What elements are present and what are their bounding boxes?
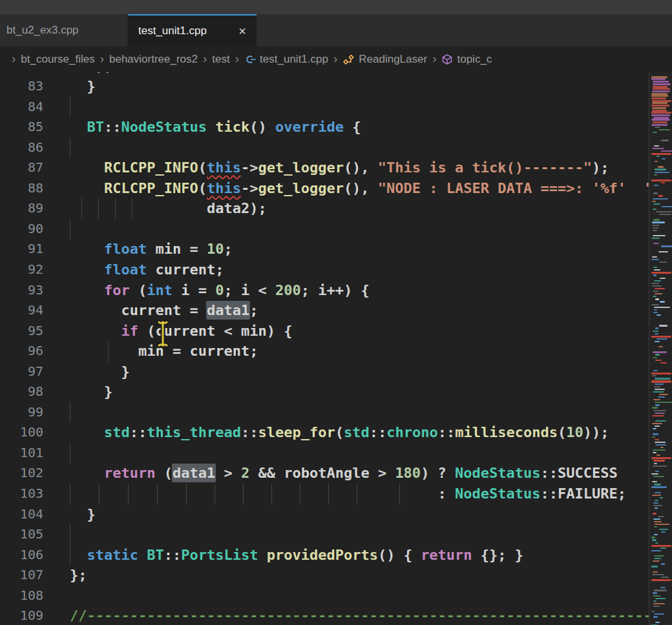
code-token (207, 119, 215, 135)
minimap-row (654, 174, 657, 176)
code-token: milliseconds (455, 424, 558, 440)
code-line[interactable]: 83 } (0, 76, 649, 97)
breadcrumb-item-behaviortree-ros2[interactable]: behaviortree_ros2 (109, 53, 198, 66)
minimap-row (654, 386, 660, 387)
minimap-row (653, 235, 666, 236)
code-token (70, 72, 87, 74)
minimap-row (651, 259, 659, 260)
line-number: 101 (0, 443, 43, 464)
minimap-row (653, 452, 656, 453)
code-line[interactable]: 84 (0, 97, 649, 118)
breadcrumb-item-readinglaser[interactable]: ReadingLaser (342, 53, 427, 66)
minimap-row (651, 105, 669, 107)
code-token: int (147, 282, 173, 298)
tab-label: test_unit1.cpp (138, 25, 207, 37)
code-token: )); (583, 424, 609, 440)
code-line[interactable]: 89 data2); (0, 198, 649, 219)
code-line[interactable]: 92 float current; (0, 260, 649, 280)
minimap-row (651, 153, 671, 155)
minimap-row (651, 545, 671, 547)
minimap-row (654, 145, 659, 147)
minimap-row (653, 476, 664, 477)
code-token (70, 282, 104, 298)
code-line[interactable]: 106 static BT::PortsList providedPorts()… (0, 545, 649, 566)
line-number: 86 (0, 138, 43, 158)
minimap-row (651, 76, 667, 78)
code-line[interactable]: 107}; (0, 565, 649, 586)
line-number: 104 (0, 504, 43, 525)
code-line-text: static BT::PortsList providedPorts() { r… (70, 545, 523, 566)
close-icon[interactable]: × (238, 25, 246, 37)
code-token: chrono (386, 424, 437, 440)
tab-bt-u2-ex3[interactable]: bt_u2_ex3.cpp (0, 14, 128, 46)
minimap-row (651, 457, 671, 459)
code-line-text: } (70, 362, 130, 382)
minimap-row (653, 603, 664, 604)
code-line[interactable]: 93 for (int i = 0; i < 200; i++) { (0, 280, 649, 301)
code-editor[interactable]: 82 ");83 }8485 BT::NodeStatus tick() ove… (0, 72, 649, 625)
minimap-row (651, 336, 671, 338)
code-line[interactable]: 85 BT::NodeStatus tick() override { (0, 117, 649, 138)
code-token: return (421, 547, 472, 563)
minimap-row (658, 195, 663, 196)
code-line[interactable]: 91 float min = 10; (0, 239, 649, 260)
breadcrumb-item-test[interactable]: test (212, 53, 229, 66)
minimap-row (653, 518, 660, 520)
minimap-row (651, 579, 671, 581)
code-line[interactable]: 98 } (0, 382, 649, 402)
code-line[interactable]: 88 RCLCPP_INFO(this->get_logger(), "NODE… (0, 178, 649, 199)
breadcrumb-item-topic-callback[interactable]: topic_c (441, 53, 492, 66)
code-token: } (70, 384, 112, 400)
code-line[interactable]: 94 current = data1; (0, 300, 649, 321)
minimap-row (653, 312, 658, 313)
code-line[interactable]: 101 (0, 443, 649, 464)
code-token: ( (198, 159, 207, 176)
minimap-row (660, 497, 664, 498)
code-line[interactable]: 99 (0, 402, 649, 423)
code-token (70, 424, 104, 440)
minimap-row (654, 269, 660, 271)
code-line[interactable]: 105 (0, 524, 649, 545)
minimap-row (653, 449, 666, 451)
breadcrumb-item-test-unit1[interactable]: test_unit1.cpp (244, 53, 328, 66)
code-line[interactable]: 109//-----------------------------------… (0, 606, 649, 625)
minimap-row (651, 97, 666, 99)
line-number: 94 (0, 300, 43, 321)
minimap[interactable] (649, 72, 672, 625)
code-line[interactable]: 100 std::this_thread::sleep_for(std::chr… (0, 422, 649, 443)
code-line[interactable]: 86 (0, 138, 649, 158)
minimap-row (651, 114, 670, 116)
minimap-row (652, 107, 667, 109)
minimap-row (662, 158, 666, 159)
code-line[interactable]: 102 return (data1 > 2 && robotAngle > 18… (0, 463, 649, 484)
tab-test-unit1[interactable]: test_unit1.cpp × (128, 14, 257, 46)
minimap-row (655, 327, 658, 329)
code-line[interactable]: 95 if (current < min) { (0, 321, 649, 342)
code-line[interactable]: 104 } (0, 504, 649, 525)
indent-guide (115, 198, 116, 219)
indent-guide (215, 484, 215, 504)
code-token: } (70, 506, 96, 522)
minimap-row (661, 182, 665, 183)
minimap-row (659, 325, 667, 326)
minimap-row (655, 524, 669, 525)
indent-guide (132, 198, 132, 219)
code-token: static (87, 547, 138, 563)
minimap-row (655, 161, 658, 162)
code-token: get_logger (258, 159, 343, 176)
minimap-row (653, 391, 664, 393)
breadcrumb-item-bt-course-files[interactable]: bt_course_files (21, 53, 94, 66)
indent-guide (70, 545, 70, 566)
minimap-row (655, 293, 662, 294)
code-line[interactable]: 108 (0, 586, 649, 606)
minimap-row (653, 203, 660, 205)
code-token: FAILURE; (558, 486, 626, 502)
code-line-text: } (70, 382, 112, 402)
code-line[interactable]: 97 } (0, 362, 649, 382)
code-line[interactable]: 90 (0, 219, 649, 240)
code-lines: 82 ");83 }8485 BT::NodeStatus tick() ove… (0, 72, 649, 625)
minimap-row (653, 132, 657, 133)
code-line[interactable]: 87 RCLCPP_INFO(this->get_logger(), "This… (0, 158, 649, 178)
code-line[interactable]: 103 : NodeStatus::FAILURE; (0, 484, 649, 504)
code-line[interactable]: 96 min = current; (0, 341, 649, 362)
